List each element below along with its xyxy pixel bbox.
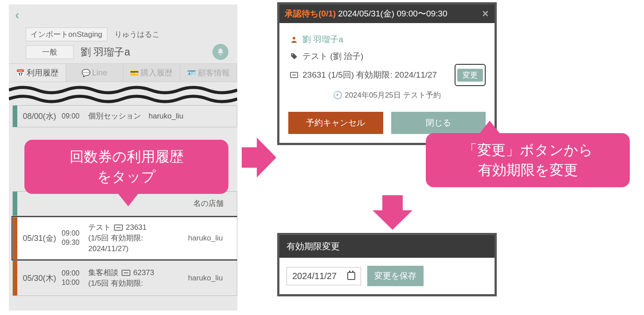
service-tag-text: テスト (劉 治子) bbox=[302, 48, 363, 65]
list-item[interactable]: 05/30(木) 09:0010:00 集客相談 62373 (1/5回 有効期… bbox=[12, 260, 237, 296]
row-time: 09:00 bbox=[62, 112, 88, 121]
callout-text: をタップ bbox=[97, 169, 156, 185]
tab-bar: 📅利用履歴 💬Line 💳購入履歴 🪪顧客情報 bbox=[9, 63, 237, 82]
back-chevron-icon[interactable]: ‹ bbox=[15, 8, 19, 22]
row-user: haruko_liu bbox=[188, 274, 237, 283]
row-date: 05/30(木) bbox=[17, 273, 62, 284]
card-icon: 💳 bbox=[130, 69, 139, 77]
tab-label: 顧客情報 bbox=[198, 67, 230, 78]
customer-name: 劉 羽瑠子a bbox=[81, 45, 130, 59]
flow-arrow-right-icon bbox=[242, 138, 276, 179]
reservation-detail-modal: 承認待ち(0/1) 2024/05/31(金) 09:00〜09:30 ✕ 劉 … bbox=[277, 2, 497, 145]
tab-label: Line bbox=[92, 68, 107, 78]
bell-icon[interactable] bbox=[212, 44, 228, 60]
tab-customer-info[interactable]: 🪪顧客情報 bbox=[180, 64, 237, 82]
expiry-change-panel: 有効期限変更 2024/11/27 変更を保存 bbox=[277, 233, 497, 296]
calendar-icon bbox=[347, 272, 355, 280]
svg-point-1 bbox=[293, 37, 295, 39]
ticket-icon bbox=[114, 224, 123, 231]
audit-text: 2024年05月25日 テスト予約 bbox=[345, 91, 440, 99]
category-pill[interactable]: 一般 bbox=[26, 45, 74, 59]
row-date: 08/00(水) bbox=[17, 111, 62, 122]
id-icon: 🪪 bbox=[187, 69, 196, 77]
modal-header: 承認待ち(0/1) 2024/05/31(金) 09:00〜09:30 ✕ bbox=[279, 4, 495, 23]
instruction-callout-change-button: 「変更」ボタンから 有効期限を変更 bbox=[426, 133, 630, 187]
row-user: haruko_liu bbox=[188, 234, 237, 243]
tab-usage-history[interactable]: 📅利用履歴 bbox=[9, 64, 66, 82]
row-color-bar bbox=[13, 217, 17, 259]
customer-name-kana: りゅうはるこ bbox=[114, 29, 160, 39]
callout-text: 有効期限を変更 bbox=[478, 162, 578, 178]
svg-point-2 bbox=[292, 54, 293, 55]
person-icon bbox=[289, 35, 299, 43]
approval-status-label: 承認待ち(0/1) bbox=[285, 8, 336, 20]
tag-icon bbox=[289, 52, 299, 60]
close-modal-button[interactable]: 閉じる bbox=[391, 112, 486, 134]
ticket-icon bbox=[122, 270, 130, 276]
list-item[interactable]: 08/00(水) 09:00 個別セッション haruko_liu bbox=[12, 105, 237, 127]
row-time: 09:0010:00 bbox=[62, 269, 88, 287]
instruction-callout-tap-history: 回数券の利用履歴 をタップ bbox=[24, 140, 228, 194]
svg-marker-3 bbox=[373, 195, 412, 230]
clock-icon: 🕘 bbox=[333, 91, 342, 99]
row-body: テスト 23631 (1/5回 有効期限: 2024/11/27) bbox=[88, 220, 188, 256]
svg-marker-0 bbox=[242, 138, 276, 177]
reservation-datetime: 2024/05/31(金) 09:00〜09:30 bbox=[338, 8, 447, 20]
ticket-icon bbox=[289, 72, 299, 78]
change-expiry-button[interactable]: 変更 bbox=[457, 69, 483, 82]
tab-purchase-history[interactable]: 💳購入履歴 bbox=[123, 64, 181, 82]
tab-label: 購入履歴 bbox=[141, 67, 173, 78]
tab-line[interactable]: 💬Line bbox=[66, 64, 123, 82]
row-color-bar bbox=[13, 261, 17, 295]
customer-name-link[interactable]: 劉 羽瑠子a bbox=[302, 31, 343, 48]
callout-text: 回数券の利用履歴 bbox=[70, 149, 184, 165]
tab-label: 利用履歴 bbox=[27, 67, 59, 78]
calendar-icon: 📅 bbox=[16, 69, 25, 77]
row-body: 集客相談 62373 (1/5回 有効期限: bbox=[88, 266, 188, 291]
callout-text: 「変更」ボタンから bbox=[463, 142, 593, 158]
close-icon[interactable]: ✕ bbox=[482, 8, 489, 19]
import-staging-button[interactable]: インポートonStaging bbox=[26, 28, 107, 41]
row-body: 名の店舗 bbox=[88, 197, 237, 211]
row-time: 09:0009:30 bbox=[62, 229, 88, 248]
flow-arrow-down-icon bbox=[373, 195, 412, 232]
change-button-highlight: 変更 bbox=[456, 65, 485, 85]
save-change-button[interactable]: 変更を保存 bbox=[367, 266, 424, 286]
expiry-date-input[interactable]: 2024/11/27 bbox=[287, 267, 361, 285]
row-color-bar bbox=[13, 106, 17, 127]
ticket-info-text: 23631 (1/5回) 有効期限: 2024/11/27 bbox=[302, 67, 437, 83]
chat-icon: 💬 bbox=[82, 69, 90, 77]
cancel-reservation-button[interactable]: 予約キャンセル bbox=[288, 112, 383, 134]
list-item-highlighted[interactable]: 05/31(金) 09:0009:30 テスト 23631 (1/5回 有効期限… bbox=[12, 217, 237, 260]
row-date: 05/31(金) bbox=[17, 233, 62, 244]
panel-header: 有効期限変更 bbox=[279, 235, 495, 258]
row-body: 個別セッション haruko_liu bbox=[88, 109, 237, 123]
date-value: 2024/11/27 bbox=[292, 271, 337, 281]
content-break-indicator bbox=[9, 85, 237, 104]
row-color-bar bbox=[13, 192, 17, 216]
